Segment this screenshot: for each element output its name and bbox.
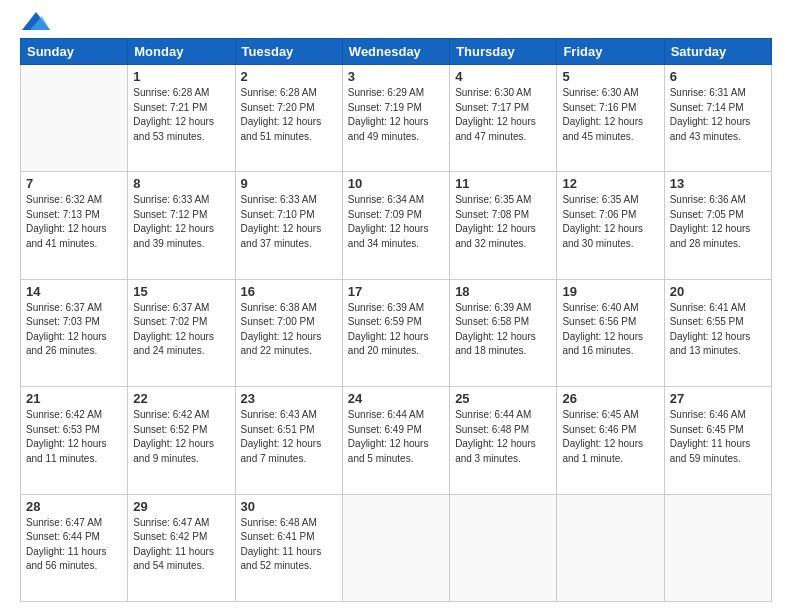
cell-info: Sunrise: 6:31 AM Sunset: 7:14 PM Dayligh…: [670, 86, 766, 144]
calendar-cell: 12Sunrise: 6:35 AM Sunset: 7:06 PM Dayli…: [557, 172, 664, 279]
calendar-cell: 9Sunrise: 6:33 AM Sunset: 7:10 PM Daylig…: [235, 172, 342, 279]
cell-info: Sunrise: 6:32 AM Sunset: 7:13 PM Dayligh…: [26, 193, 122, 251]
cell-info: Sunrise: 6:39 AM Sunset: 6:59 PM Dayligh…: [348, 301, 444, 359]
calendar-cell: [450, 494, 557, 601]
page: SundayMondayTuesdayWednesdayThursdayFrid…: [0, 0, 792, 612]
calendar-cell: 16Sunrise: 6:38 AM Sunset: 7:00 PM Dayli…: [235, 279, 342, 386]
cell-info: Sunrise: 6:30 AM Sunset: 7:16 PM Dayligh…: [562, 86, 658, 144]
day-number: 17: [348, 284, 444, 299]
day-number: 13: [670, 176, 766, 191]
day-number: 29: [133, 499, 229, 514]
calendar-cell: 7Sunrise: 6:32 AM Sunset: 7:13 PM Daylig…: [21, 172, 128, 279]
day-header-tuesday: Tuesday: [235, 39, 342, 65]
cell-info: Sunrise: 6:35 AM Sunset: 7:08 PM Dayligh…: [455, 193, 551, 251]
day-number: 15: [133, 284, 229, 299]
calendar-cell: 19Sunrise: 6:40 AM Sunset: 6:56 PM Dayli…: [557, 279, 664, 386]
cell-info: Sunrise: 6:28 AM Sunset: 7:20 PM Dayligh…: [241, 86, 337, 144]
day-number: 26: [562, 391, 658, 406]
calendar-cell: 25Sunrise: 6:44 AM Sunset: 6:48 PM Dayli…: [450, 387, 557, 494]
logo: [20, 16, 50, 30]
day-header-saturday: Saturday: [664, 39, 771, 65]
calendar-cell: 13Sunrise: 6:36 AM Sunset: 7:05 PM Dayli…: [664, 172, 771, 279]
calendar-cell: [342, 494, 449, 601]
cell-info: Sunrise: 6:38 AM Sunset: 7:00 PM Dayligh…: [241, 301, 337, 359]
calendar-cell: 8Sunrise: 6:33 AM Sunset: 7:12 PM Daylig…: [128, 172, 235, 279]
day-number: 20: [670, 284, 766, 299]
cell-info: Sunrise: 6:37 AM Sunset: 7:02 PM Dayligh…: [133, 301, 229, 359]
day-number: 30: [241, 499, 337, 514]
day-number: 5: [562, 69, 658, 84]
day-number: 3: [348, 69, 444, 84]
cell-info: Sunrise: 6:37 AM Sunset: 7:03 PM Dayligh…: [26, 301, 122, 359]
cell-info: Sunrise: 6:42 AM Sunset: 6:52 PM Dayligh…: [133, 408, 229, 466]
calendar-cell: 5Sunrise: 6:30 AM Sunset: 7:16 PM Daylig…: [557, 65, 664, 172]
day-number: 4: [455, 69, 551, 84]
day-header-thursday: Thursday: [450, 39, 557, 65]
cell-info: Sunrise: 6:28 AM Sunset: 7:21 PM Dayligh…: [133, 86, 229, 144]
calendar-cell: 29Sunrise: 6:47 AM Sunset: 6:42 PM Dayli…: [128, 494, 235, 601]
calendar-week-1: 1Sunrise: 6:28 AM Sunset: 7:21 PM Daylig…: [21, 65, 772, 172]
cell-info: Sunrise: 6:41 AM Sunset: 6:55 PM Dayligh…: [670, 301, 766, 359]
calendar-cell: 11Sunrise: 6:35 AM Sunset: 7:08 PM Dayli…: [450, 172, 557, 279]
cell-info: Sunrise: 6:42 AM Sunset: 6:53 PM Dayligh…: [26, 408, 122, 466]
day-number: 9: [241, 176, 337, 191]
day-number: 23: [241, 391, 337, 406]
cell-info: Sunrise: 6:40 AM Sunset: 6:56 PM Dayligh…: [562, 301, 658, 359]
calendar-cell: 22Sunrise: 6:42 AM Sunset: 6:52 PM Dayli…: [128, 387, 235, 494]
calendar-cell: 14Sunrise: 6:37 AM Sunset: 7:03 PM Dayli…: [21, 279, 128, 386]
day-number: 19: [562, 284, 658, 299]
day-header-monday: Monday: [128, 39, 235, 65]
day-number: 25: [455, 391, 551, 406]
calendar-week-4: 21Sunrise: 6:42 AM Sunset: 6:53 PM Dayli…: [21, 387, 772, 494]
cell-info: Sunrise: 6:44 AM Sunset: 6:49 PM Dayligh…: [348, 408, 444, 466]
cell-info: Sunrise: 6:33 AM Sunset: 7:12 PM Dayligh…: [133, 193, 229, 251]
calendar-cell: 3Sunrise: 6:29 AM Sunset: 7:19 PM Daylig…: [342, 65, 449, 172]
day-number: 14: [26, 284, 122, 299]
day-number: 22: [133, 391, 229, 406]
day-number: 2: [241, 69, 337, 84]
calendar-week-3: 14Sunrise: 6:37 AM Sunset: 7:03 PM Dayli…: [21, 279, 772, 386]
day-number: 12: [562, 176, 658, 191]
calendar-cell: 23Sunrise: 6:43 AM Sunset: 6:51 PM Dayli…: [235, 387, 342, 494]
cell-info: Sunrise: 6:47 AM Sunset: 6:44 PM Dayligh…: [26, 516, 122, 574]
calendar-table: SundayMondayTuesdayWednesdayThursdayFrid…: [20, 38, 772, 602]
day-number: 18: [455, 284, 551, 299]
cell-info: Sunrise: 6:44 AM Sunset: 6:48 PM Dayligh…: [455, 408, 551, 466]
cell-info: Sunrise: 6:48 AM Sunset: 6:41 PM Dayligh…: [241, 516, 337, 574]
cell-info: Sunrise: 6:34 AM Sunset: 7:09 PM Dayligh…: [348, 193, 444, 251]
day-number: 10: [348, 176, 444, 191]
cell-info: Sunrise: 6:43 AM Sunset: 6:51 PM Dayligh…: [241, 408, 337, 466]
cell-info: Sunrise: 6:30 AM Sunset: 7:17 PM Dayligh…: [455, 86, 551, 144]
calendar-cell: [557, 494, 664, 601]
cell-info: Sunrise: 6:29 AM Sunset: 7:19 PM Dayligh…: [348, 86, 444, 144]
day-number: 11: [455, 176, 551, 191]
calendar-cell: [21, 65, 128, 172]
day-number: 27: [670, 391, 766, 406]
calendar-cell: 2Sunrise: 6:28 AM Sunset: 7:20 PM Daylig…: [235, 65, 342, 172]
cell-info: Sunrise: 6:47 AM Sunset: 6:42 PM Dayligh…: [133, 516, 229, 574]
calendar-cell: 6Sunrise: 6:31 AM Sunset: 7:14 PM Daylig…: [664, 65, 771, 172]
header: [20, 16, 772, 30]
day-number: 8: [133, 176, 229, 191]
calendar-cell: 20Sunrise: 6:41 AM Sunset: 6:55 PM Dayli…: [664, 279, 771, 386]
calendar-cell: 10Sunrise: 6:34 AM Sunset: 7:09 PM Dayli…: [342, 172, 449, 279]
cell-info: Sunrise: 6:35 AM Sunset: 7:06 PM Dayligh…: [562, 193, 658, 251]
calendar-cell: 18Sunrise: 6:39 AM Sunset: 6:58 PM Dayli…: [450, 279, 557, 386]
day-number: 28: [26, 499, 122, 514]
calendar-cell: 28Sunrise: 6:47 AM Sunset: 6:44 PM Dayli…: [21, 494, 128, 601]
calendar-week-2: 7Sunrise: 6:32 AM Sunset: 7:13 PM Daylig…: [21, 172, 772, 279]
calendar-body: 1Sunrise: 6:28 AM Sunset: 7:21 PM Daylig…: [21, 65, 772, 602]
day-number: 7: [26, 176, 122, 191]
cell-info: Sunrise: 6:33 AM Sunset: 7:10 PM Dayligh…: [241, 193, 337, 251]
cell-info: Sunrise: 6:39 AM Sunset: 6:58 PM Dayligh…: [455, 301, 551, 359]
calendar-cell: 26Sunrise: 6:45 AM Sunset: 6:46 PM Dayli…: [557, 387, 664, 494]
calendar-cell: 27Sunrise: 6:46 AM Sunset: 6:45 PM Dayli…: [664, 387, 771, 494]
calendar-cell: [664, 494, 771, 601]
calendar-cell: 17Sunrise: 6:39 AM Sunset: 6:59 PM Dayli…: [342, 279, 449, 386]
cell-info: Sunrise: 6:36 AM Sunset: 7:05 PM Dayligh…: [670, 193, 766, 251]
day-number: 1: [133, 69, 229, 84]
logo-icon: [22, 12, 50, 30]
day-number: 24: [348, 391, 444, 406]
day-number: 6: [670, 69, 766, 84]
calendar-cell: 4Sunrise: 6:30 AM Sunset: 7:17 PM Daylig…: [450, 65, 557, 172]
